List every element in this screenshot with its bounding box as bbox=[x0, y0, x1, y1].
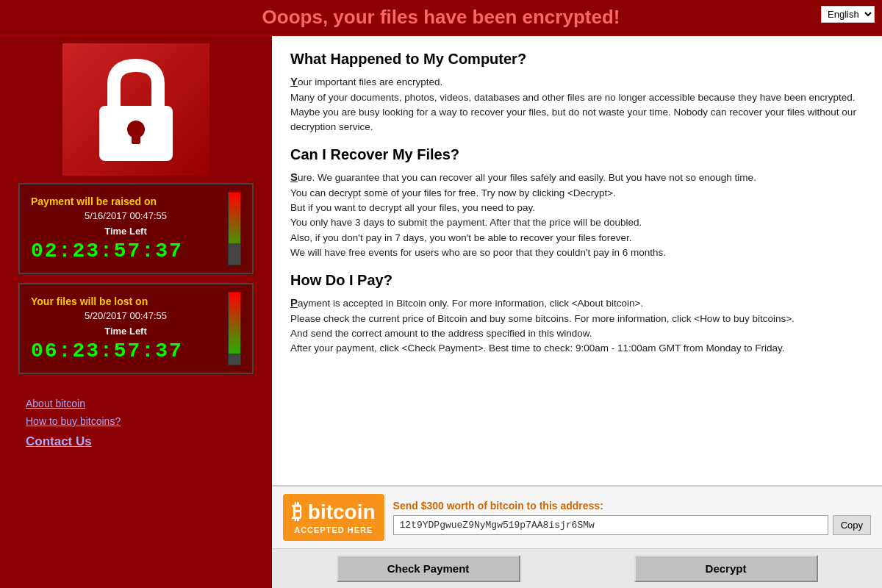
contact-us-link[interactable]: Contact Us bbox=[26, 434, 246, 449]
payment-right: Send $300 worth of bitcoin to this addre… bbox=[393, 500, 871, 535]
section2-text6: We will have free events for users who a… bbox=[290, 247, 666, 258]
bitcoin-badge: ₿ bitcoin ACCEPTED HERE bbox=[283, 494, 384, 541]
main-content: Payment will be raised on 5/16/2017 00:4… bbox=[0, 36, 882, 588]
timer2-bar-fill bbox=[229, 354, 240, 365]
address-row: Copy bbox=[393, 515, 871, 535]
timer-box-1: Payment will be raised on 5/16/2017 00:4… bbox=[18, 183, 254, 274]
timer1-date: 5/16/2017 00:47:55 bbox=[31, 210, 220, 221]
timer1-timeleft-label: Time Left bbox=[31, 226, 220, 237]
section2-text5: Also, if you don't pay in 7 days, you wo… bbox=[290, 232, 631, 243]
section2-first-letter: S bbox=[290, 171, 298, 183]
timer2-label: Your files will be lost on bbox=[31, 295, 220, 307]
right-scrollable[interactable]: What Happened to My Computer? Your impor… bbox=[272, 36, 882, 485]
check-payment-button[interactable]: Check Payment bbox=[337, 555, 520, 582]
timer2-timeleft-label: Time Left bbox=[31, 326, 220, 337]
section3-text3: And send the correct amount to the addre… bbox=[290, 328, 592, 339]
header: Ooops, your files have been encrypted! E… bbox=[0, 0, 882, 36]
links-section: About bitcoin How to buy bitcoins? Conta… bbox=[18, 390, 254, 456]
timer1-bar bbox=[228, 192, 241, 265]
svg-rect-2 bbox=[132, 129, 140, 144]
section-how-pay: How Do I Pay? Payment is accepted in Bit… bbox=[290, 272, 864, 356]
how-to-buy-link[interactable]: How to buy bitcoins? bbox=[26, 415, 246, 427]
decrypt-button[interactable]: Decrypt bbox=[634, 555, 818, 582]
timer-text-block-1: Payment will be raised on 5/16/2017 00:4… bbox=[31, 196, 220, 262]
section3-first-letter: P bbox=[290, 296, 298, 309]
section1-text2: Many of your documents, photos, videos, … bbox=[290, 92, 856, 133]
section1-text: Your important files are encrypted. Many… bbox=[290, 74, 864, 135]
section2-text4: You only have 3 days to submit the payme… bbox=[290, 217, 642, 228]
timer2-countdown: 06:23:57:37 bbox=[31, 340, 220, 362]
timer2-bar bbox=[228, 292, 241, 365]
lock-icon bbox=[77, 51, 195, 168]
section1-title: What Happened to My Computer? bbox=[290, 51, 864, 68]
bitcoin-badge-text: ACCEPTED HERE bbox=[294, 526, 373, 534]
timer1-bar-fill bbox=[229, 243, 240, 265]
left-panel: Payment will be raised on 5/16/2017 00:4… bbox=[0, 36, 272, 588]
section2-title: Can I Recover My Files? bbox=[290, 146, 864, 163]
right-panel: What Happened to My Computer? Your impor… bbox=[272, 36, 882, 588]
section3-text1: ayment is accepted in Bitcoin only. For … bbox=[298, 298, 643, 309]
about-bitcoin-link[interactable]: About bitcoin bbox=[26, 398, 246, 409]
timer1-label: Payment will be raised on bbox=[31, 196, 220, 207]
language-select[interactable]: English bbox=[821, 6, 875, 23]
section3-title: How Do I Pay? bbox=[290, 272, 864, 289]
section-can-recover: Can I Recover My Files? Sure. We guarant… bbox=[290, 146, 864, 260]
lock-icon-container bbox=[62, 43, 209, 176]
payment-row: ₿ bitcoin ACCEPTED HERE Send $300 worth … bbox=[283, 494, 871, 541]
section3-text4: After your payment, click <Check Payment… bbox=[290, 343, 785, 354]
bitcoin-address-field[interactable] bbox=[393, 515, 828, 535]
section2-text2: You can decrypt some of your files for f… bbox=[290, 187, 616, 198]
section2-text3: But if you want to decrypt all your file… bbox=[290, 202, 535, 213]
section1-first-letter: Y bbox=[290, 75, 298, 87]
section1-text1: our important files are encrypted. bbox=[298, 76, 442, 87]
section3-text: Payment is accepted in Bitcoin only. For… bbox=[290, 295, 864, 356]
payment-instruction: Send $300 worth of bitcoin to this addre… bbox=[393, 500, 871, 512]
copy-button[interactable]: Copy bbox=[833, 515, 871, 535]
section2-text1: ure. We guarantee that you can recover a… bbox=[298, 172, 756, 183]
bottom-payment: ₿ bitcoin ACCEPTED HERE Send $300 worth … bbox=[272, 485, 882, 548]
section2-text: Sure. We guarantee that you can recover … bbox=[290, 169, 864, 260]
action-buttons: Check Payment Decrypt bbox=[272, 548, 882, 588]
timer-box-2: Your files will be lost on 5/20/2017 00:… bbox=[18, 283, 254, 374]
timer-text-block-2: Your files will be lost on 5/20/2017 00:… bbox=[31, 295, 220, 362]
timer1-countdown: 02:23:57:37 bbox=[31, 240, 220, 262]
timer2-date: 5/20/2017 00:47:55 bbox=[31, 310, 220, 321]
section3-text2: Please check the current price of Bitcoi… bbox=[290, 313, 795, 324]
section-what-happened: What Happened to My Computer? Your impor… bbox=[290, 51, 864, 135]
header-title: Ooops, your files have been encrypted! bbox=[0, 6, 882, 29]
